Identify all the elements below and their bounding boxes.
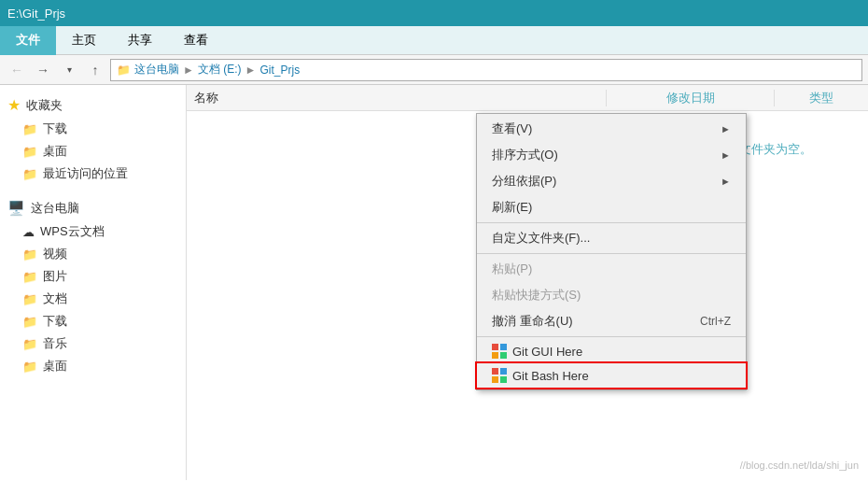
sidebar: ★ 收藏夹 📁 下载 📁 桌面 📁 最近访问的位置 🖥️ 这台电脑: [0, 85, 187, 480]
sidebar-item-label-pictures: 图片: [43, 268, 67, 285]
computer-icon: 🖥️: [7, 200, 25, 217]
sidebar-item-label-downloads1: 下载: [43, 120, 67, 137]
favorites-label: 收藏夹: [26, 97, 63, 114]
sidebar-section-favorites: ★ 收藏夹 📁 下载 📁 桌面 📁 最近访问的位置: [0, 92, 186, 185]
folder-icon-desktop2: 📁: [22, 360, 37, 374]
title-bar: E:\Git_Prjs: [0, 0, 868, 26]
ctx-item-undo[interactable]: 撤消 重命名(U) Ctrl+Z: [477, 308, 746, 334]
wps-icon: ☁: [22, 225, 35, 239]
tab-share[interactable]: 共享: [112, 26, 168, 54]
ctx-label-undo: 撤消 重命名(U): [492, 313, 573, 330]
sidebar-item-desktop1[interactable]: 📁 桌面: [0, 140, 186, 163]
tab-home[interactable]: 主页: [56, 26, 112, 54]
main-area: ★ 收藏夹 📁 下载 📁 桌面 📁 最近访问的位置 🖥️ 这台电脑: [0, 85, 868, 480]
svg-rect-4: [492, 368, 498, 375]
sidebar-item-label-documents: 文档: [43, 290, 67, 307]
ctx-item-git-bash[interactable]: Git Bash Here: [477, 363, 746, 388]
watermark: //blog.csdn.net/lda/shi_jun: [740, 460, 859, 471]
ctx-label-view: 查看(V): [492, 120, 532, 137]
folder-icon-desktop1: 📁: [22, 145, 37, 159]
ctx-item-view[interactable]: 查看(V) ►: [477, 116, 746, 142]
ctx-label-sort: 排序方式(O): [492, 147, 558, 163]
breadcrumb-docs[interactable]: 文档 (E:): [198, 62, 242, 78]
sidebar-item-desktop2[interactable]: 📁 桌面: [0, 355, 186, 377]
sidebar-item-pictures[interactable]: 📁 图片: [0, 265, 186, 288]
breadcrumb-bar[interactable]: 📁 这台电脑 ► 文档 (E:) ► Git_Prjs: [110, 59, 862, 81]
ctx-label-git-gui: Git GUI Here: [512, 345, 582, 359]
git-gui-icon: [492, 344, 507, 359]
context-menu: 查看(V) ► 排序方式(O) ► 分组依据(P) ► 刷新(E): [476, 113, 747, 390]
video-icon: 📁: [22, 248, 37, 262]
svg-rect-6: [492, 376, 498, 383]
breadcrumb-sep2: ►: [245, 64, 257, 77]
ctx-item-refresh[interactable]: 刷新(E): [477, 194, 746, 220]
breadcrumb-sep1: ►: [183, 64, 194, 77]
sidebar-item-downloads2[interactable]: 📁 下载: [0, 310, 186, 332]
ribbon: 文件 主页 共享 查看: [0, 26, 868, 55]
sidebar-item-downloads1[interactable]: 📁 下载: [0, 118, 186, 140]
title-text: E:\Git_Prjs: [7, 7, 65, 21]
sidebar-item-label-video: 视频: [43, 246, 67, 262]
ctx-item-sort[interactable]: 排序方式(O) ►: [477, 142, 746, 168]
ctx-label-paste-shortcut: 粘贴快捷方式(S): [492, 287, 581, 304]
breadcrumb-gitprjs[interactable]: Git_Prjs: [259, 64, 300, 77]
svg-rect-0: [492, 344, 498, 350]
git-bash-icon: [492, 368, 507, 383]
ctx-arrow-view: ►: [721, 123, 731, 134]
up-button[interactable]: ↑: [84, 59, 106, 81]
column-headers: 名称 修改日期 类型: [187, 85, 868, 111]
sidebar-divider1: [0, 189, 186, 196]
forward-button[interactable]: →: [32, 59, 54, 81]
ctx-separator2: [477, 253, 746, 254]
sidebar-item-label-music: 音乐: [43, 335, 67, 352]
tab-view[interactable]: 查看: [168, 26, 224, 54]
svg-rect-3: [500, 352, 507, 359]
favorites-icon: ★: [7, 96, 21, 114]
sidebar-section-computer: 🖥️ 这台电脑 ☁ WPS云文档 📁 视频 📁 图片 📁 文档 📁 下载: [0, 196, 186, 377]
tab-file[interactable]: 文件: [0, 26, 56, 55]
ctx-item-paste-shortcut[interactable]: 粘贴快捷方式(S): [477, 282, 746, 308]
dropdown-button[interactable]: ▾: [58, 59, 80, 81]
ctx-label-paste: 粘贴(P): [492, 261, 532, 277]
back-button[interactable]: ←: [6, 59, 28, 81]
sidebar-item-recent[interactable]: 📁 最近访问的位置: [0, 163, 186, 185]
ctx-item-git-gui[interactable]: Git GUI Here: [477, 339, 746, 363]
sidebar-item-label-wps: WPS云文档: [40, 223, 105, 240]
sidebar-item-label-downloads2: 下载: [43, 313, 67, 330]
sidebar-item-documents[interactable]: 📁 文档: [0, 288, 186, 310]
col-date[interactable]: 修改日期: [607, 90, 775, 106]
ctx-arrow-group: ►: [721, 176, 731, 187]
music-icon: 📁: [22, 337, 37, 351]
svg-rect-1: [500, 344, 507, 350]
computer-label: 这台电脑: [31, 200, 79, 217]
ribbon-tabs: 文件 主页 共享 查看: [0, 26, 868, 54]
ctx-separator3: [477, 336, 746, 337]
ctx-label-git-bash: Git Bash Here: [512, 369, 589, 383]
col-type[interactable]: 类型: [775, 90, 868, 106]
ctx-item-group[interactable]: 分组依据(P) ►: [477, 168, 746, 194]
breadcrumb-icon: 📁: [117, 64, 131, 77]
pictures-icon: 📁: [22, 270, 37, 284]
sidebar-item-video[interactable]: 📁 视频: [0, 243, 186, 265]
documents-icon: 📁: [22, 292, 37, 306]
folder-icon-downloads2: 📁: [22, 315, 37, 329]
ctx-item-customize[interactable]: 自定义文件夹(F)...: [477, 225, 746, 251]
sidebar-item-music[interactable]: 📁 音乐: [0, 332, 186, 355]
col-name[interactable]: 名称: [187, 90, 607, 106]
sidebar-header-computer[interactable]: 🖥️ 这台电脑: [0, 196, 186, 220]
content-area[interactable]: 名称 修改日期 类型 该文件夹为空。 查看(V) ► 排序方式(O) ►: [187, 85, 868, 480]
sidebar-item-wps[interactable]: ☁ WPS云文档: [0, 220, 186, 243]
ctx-shortcut-undo: Ctrl+Z: [700, 315, 731, 328]
svg-rect-5: [500, 368, 507, 375]
address-bar: ← → ▾ ↑ 📁 这台电脑 ► 文档 (E:) ► Git_Prjs: [0, 55, 868, 85]
svg-rect-7: [500, 376, 507, 383]
svg-rect-2: [492, 352, 498, 359]
ctx-label-group: 分组依据(P): [492, 173, 556, 190]
folder-icon-recent: 📁: [22, 167, 37, 181]
ctx-item-paste[interactable]: 粘贴(P): [477, 256, 746, 282]
sidebar-header-favorites[interactable]: ★ 收藏夹: [0, 92, 186, 118]
ctx-label-customize: 自定义文件夹(F)...: [492, 230, 590, 247]
folder-icon-downloads1: 📁: [22, 122, 37, 136]
breadcrumb-computer[interactable]: 这台电脑: [134, 62, 179, 78]
sidebar-item-label-recent: 最近访问的位置: [43, 165, 128, 182]
